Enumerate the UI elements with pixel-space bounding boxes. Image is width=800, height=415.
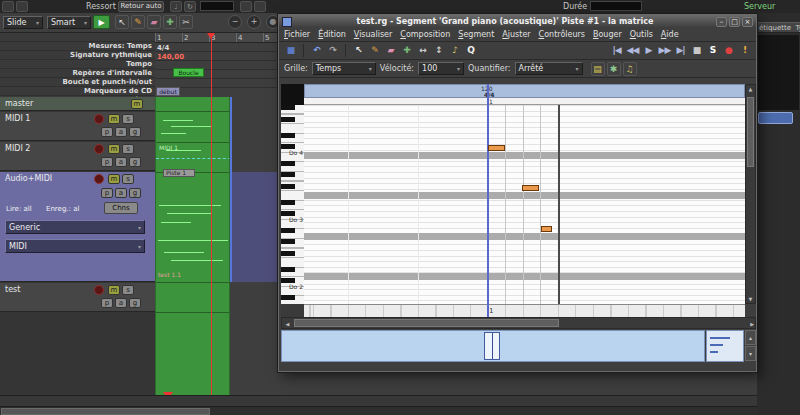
scroll-left-icon[interactable]: ◀ <box>283 321 292 327</box>
midi2-record-button[interactable] <box>94 144 104 154</box>
zoom-quantize-icon[interactable]: Q <box>463 43 478 58</box>
save-icon[interactable]: ■ <box>283 43 298 58</box>
piano-black-key[interactable] <box>281 117 295 122</box>
smart-select[interactable]: Smart▾ <box>47 16 91 29</box>
midi1-mute-button[interactable]: m <box>108 114 120 124</box>
metronome-icon[interactable]: ♩ <box>170 1 182 12</box>
close-button[interactable]: × <box>742 17 753 27</box>
menu-segment[interactable]: Segment <box>458 30 494 39</box>
menu-fichier[interactable]: Fichier <box>284 30 310 39</box>
toolbar-icon[interactable] <box>254 1 266 12</box>
piano-keyboard[interactable]: Do 4Do 3Do 2 <box>281 105 305 304</box>
audio-p-button[interactable]: p <box>101 188 113 198</box>
midi1-record-button[interactable] <box>94 114 104 124</box>
test-solo-button[interactable]: s <box>122 285 134 295</box>
piano-black-key[interactable] <box>281 184 295 189</box>
piano-black-key[interactable] <box>281 133 295 138</box>
go-start-icon[interactable]: |◀ <box>609 43 624 58</box>
playback-position-line[interactable] <box>487 84 489 317</box>
go-end-icon[interactable]: ▶| <box>673 43 688 58</box>
draw-tool-icon[interactable]: ✎ <box>367 43 382 58</box>
loop-icon[interactable]: ↻ <box>184 1 196 12</box>
device-select[interactable]: Generic▾ <box>5 220 145 234</box>
piano-black-key[interactable] <box>281 228 295 233</box>
bottom-bar-ruler[interactable]: 1 <box>304 304 745 317</box>
midi-note[interactable] <box>488 145 505 151</box>
audio-g-button[interactable]: g <box>129 188 141 198</box>
matrix-grid[interactable] <box>304 105 745 304</box>
menu-aide[interactable]: Aide <box>661 30 679 39</box>
track-master[interactable]: master m <box>0 97 155 111</box>
chns-button[interactable]: Chns <box>104 202 138 214</box>
midi-note[interactable] <box>541 226 552 232</box>
pointer-tool-icon[interactable]: ↖ <box>115 15 129 29</box>
track-midi1[interactable]: MIDI 1 m s p a g <box>0 112 155 141</box>
panner-minimap[interactable] <box>706 330 744 362</box>
toolbar-icon[interactable] <box>240 1 252 12</box>
split-tool-icon[interactable]: ✂ <box>179 15 193 29</box>
undo-icon[interactable]: ↶ <box>309 43 324 58</box>
stop-icon[interactable]: ■ <box>689 43 704 58</box>
playback-position-line[interactable] <box>211 33 212 395</box>
eraser-tool-icon[interactable]: ▰ <box>147 15 161 29</box>
test-a-button[interactable]: a <box>115 298 127 308</box>
playback-pointer-icon[interactable] <box>207 33 215 39</box>
piano-black-key[interactable] <box>281 295 295 300</box>
wand-icon[interactable]: ✱ <box>607 62 621 76</box>
minimize-button[interactable]: – <box>716 17 727 27</box>
record-icon[interactable]: ● <box>721 43 736 58</box>
zoom-in-button[interactable]: + <box>247 15 261 29</box>
audio-mute-button[interactable]: m <box>108 174 120 184</box>
midi-note[interactable] <box>522 185 539 191</box>
velocity-select[interactable]: 100▾ <box>418 62 464 75</box>
vertical-scrollbar[interactable]: ▲ ▼ <box>745 84 756 304</box>
track-test[interactable]: test m s p a g <box>0 283 155 312</box>
audio-solo-button[interactable]: s <box>122 174 134 184</box>
midi2-p-button[interactable]: p <box>101 157 113 167</box>
midi-segments-block[interactable]: MIDI 1 Piste 1 test 1.1 <box>155 97 230 395</box>
piano-black-key[interactable] <box>281 251 295 256</box>
piano-black-key[interactable] <box>281 105 295 110</box>
piano-black-key[interactable] <box>281 161 295 166</box>
top-bar-ruler[interactable]: 1 <box>304 98 745 105</box>
midi1-a-button[interactable]: a <box>115 127 127 137</box>
scrollbar-thumb[interactable] <box>747 97 754 167</box>
toolbar-icon[interactable] <box>16 1 28 12</box>
pencil-tool-icon[interactable]: ✎ <box>131 15 145 29</box>
panner-down-button[interactable]: ▾ <box>745 346 756 361</box>
instrument-type-select[interactable]: MIDI▾ <box>5 239 145 253</box>
menu-visualiser[interactable]: Visualiser <box>354 30 392 39</box>
panner-view-indicator[interactable] <box>484 332 500 360</box>
quantize-display-icon[interactable]: ▤ <box>591 62 605 76</box>
segment-label-box[interactable]: Piste 1 <box>163 169 195 177</box>
menu-ajuster[interactable]: Ajuster <box>502 30 530 39</box>
track-midi2[interactable]: MIDI 2 m s p a g <box>0 142 155 171</box>
redo-icon[interactable]: ↷ <box>325 43 340 58</box>
menu-composition[interactable]: Composition <box>400 30 450 39</box>
maximize-button[interactable]: □ <box>729 17 740 27</box>
retour-auto-button[interactable]: Retour auto <box>118 1 164 12</box>
midi2-solo-button[interactable]: s <box>122 144 134 154</box>
midi2-a-button[interactable]: a <box>115 157 127 167</box>
track-audio-midi[interactable]: Audio+MIDI m s p a g Lire: all Enreg.: a… <box>0 172 155 282</box>
piano-black-key[interactable] <box>281 239 295 244</box>
solo-button[interactable]: S <box>705 43 720 58</box>
main-horizontal-scrollbar[interactable] <box>0 406 757 415</box>
titlebar[interactable]: test.rg - Segment 'Grand piano (acoustiq… <box>279 15 756 28</box>
toolbar-icon[interactable] <box>2 1 14 12</box>
midi2-mute-button[interactable]: m <box>108 144 120 154</box>
scroll-up-icon[interactable]: ▲ <box>746 86 755 92</box>
midi1-solo-button[interactable]: s <box>122 114 134 124</box>
notes-icon[interactable]: ♫ <box>623 62 637 76</box>
midi2-g-button[interactable]: g <box>129 157 141 167</box>
move-tool-icon[interactable]: ✚ <box>399 43 414 58</box>
menu-contrôleurs[interactable]: Contrôleurs <box>539 30 585 39</box>
scrollbar-thumb[interactable] <box>294 319 559 327</box>
midi1-g-button[interactable]: g <box>129 127 141 137</box>
quantize-select[interactable]: Arrêté▾ <box>515 62 583 75</box>
test-record-button[interactable] <box>94 285 104 295</box>
move-tool-icon[interactable]: ✚ <box>163 15 177 29</box>
select-tool-icon[interactable]: ↖ <box>351 43 366 58</box>
grid-select[interactable]: Temps▾ <box>312 62 376 75</box>
piano-black-key[interactable] <box>281 172 295 177</box>
